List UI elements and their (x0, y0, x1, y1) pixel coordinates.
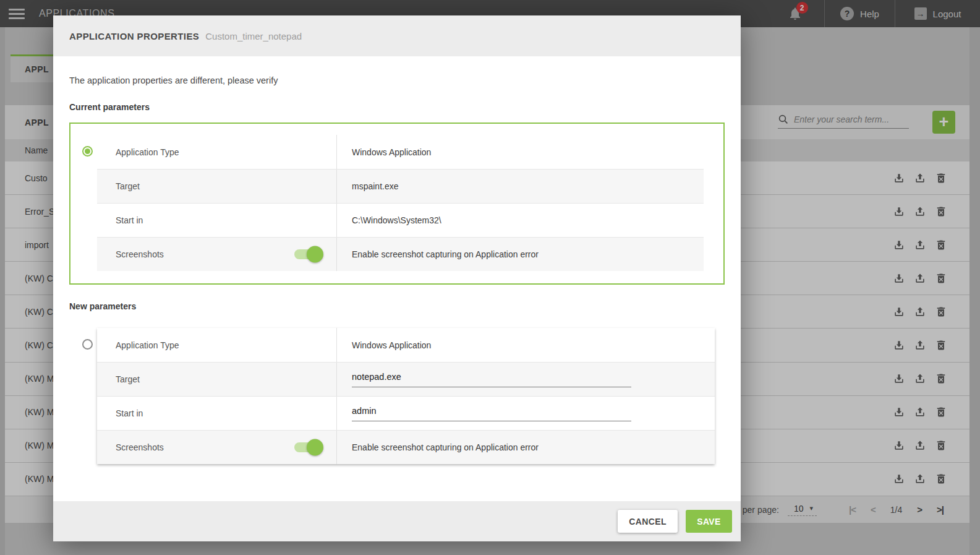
cancel-button[interactable]: CANCEL (618, 510, 678, 533)
current-params-table: Application Type Windows Application Tar… (97, 135, 704, 271)
verify-message: The application properties are different… (69, 75, 725, 85)
param-row: Screenshots Enable screenshot capturing … (97, 430, 715, 464)
param-row: Start in C:\Windows\System32\ (97, 203, 704, 237)
param-label: Screenshots (116, 442, 164, 452)
param-label: Application Type (116, 340, 179, 350)
screenshots-toggle[interactable] (294, 249, 320, 259)
new-parameters-heading: New parameters (69, 301, 725, 311)
current-params-radio[interactable] (82, 146, 93, 157)
screenshots-toggle[interactable] (294, 442, 320, 452)
dialog-header: APPLICATION PROPERTIES Custom_timer_note… (53, 15, 741, 56)
dialog-body: The application properties are different… (53, 56, 741, 501)
param-value: Enable screenshot capturing on Applicati… (352, 249, 539, 259)
param-label: Application Type (116, 147, 179, 157)
param-row: Screenshots Enable screenshot capturing … (97, 237, 704, 271)
new-params-radio[interactable] (82, 339, 93, 350)
current-parameters-heading: Current parameters (69, 102, 725, 112)
param-value: C:\Windows\System32\ (352, 215, 441, 225)
param-row: Start in (97, 396, 715, 430)
target-input[interactable] (352, 372, 631, 387)
dialog-subtitle: Custom_timer_notepad (205, 31, 302, 41)
application-properties-dialog: APPLICATION PROPERTIES Custom_timer_note… (53, 15, 741, 541)
dialog-footer: CANCEL SAVE (53, 501, 741, 541)
param-value: Enable screenshot capturing on Applicati… (352, 442, 539, 452)
param-label: Start in (116, 215, 143, 225)
dialog-title: APPLICATION PROPERTIES (69, 31, 199, 41)
param-value: Windows Application (352, 340, 431, 350)
toggle-knob (307, 246, 323, 263)
param-label: Screenshots (116, 249, 164, 259)
current-parameters-group: Application Type Windows Application Tar… (69, 123, 725, 285)
param-label: Target (116, 374, 140, 384)
toggle-knob (307, 439, 323, 456)
new-params-table: Application Type Windows Application Tar… (97, 328, 715, 464)
param-row: Target mspaint.exe (97, 169, 704, 203)
param-row: Application Type Windows Application (97, 135, 704, 169)
save-button[interactable]: SAVE (686, 510, 732, 533)
param-label: Target (116, 181, 140, 191)
param-value: Windows Application (352, 147, 431, 157)
start-in-input[interactable] (352, 406, 631, 421)
param-label: Start in (116, 408, 143, 418)
param-row: Application Type Windows Application (97, 328, 715, 362)
param-value: mspaint.exe (352, 181, 398, 191)
param-row: Target (97, 362, 715, 396)
new-parameters-group: Application Type Windows Application Tar… (69, 322, 725, 464)
